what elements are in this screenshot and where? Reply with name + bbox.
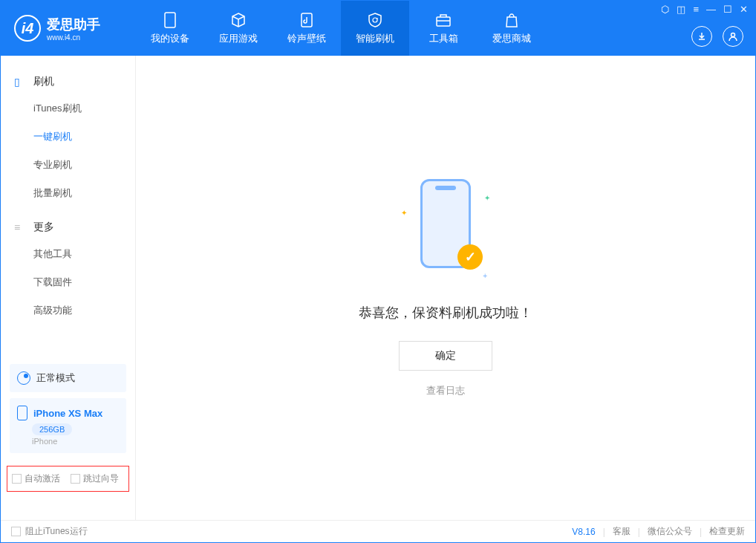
nav-ringtone-wallpaper[interactable]: 铃声壁纸 <box>273 1 341 56</box>
view-log-link[interactable]: 查看日志 <box>426 384 465 397</box>
shirt-icon[interactable]: ⬡ <box>661 4 669 15</box>
checkbox-icon <box>11 527 21 536</box>
window-controls-top: ⬡ ◫ ≡ — ☐ ✕ <box>661 4 748 15</box>
auto-activate-checkbox[interactable]: 自动激活 <box>12 472 60 485</box>
checkbox-icon <box>71 474 80 484</box>
support-link[interactable]: 客服 <box>613 525 630 538</box>
checkbox-icon <box>12 474 22 484</box>
sidebar-header-flash: ▯ 刷机 <box>1 69 135 94</box>
checkbox-label: 跳过向导 <box>83 472 119 485</box>
separator: | <box>638 527 640 537</box>
sidebar-item-advanced[interactable]: 高级功能 <box>1 296 135 325</box>
nav-apps-games[interactable]: 应用游戏 <box>204 1 273 56</box>
sidebar-group-flash: ▯ 刷机 iTunes刷机 一键刷机 专业刷机 批量刷机 <box>1 69 135 207</box>
nav-store[interactable]: 爱思商城 <box>478 1 546 56</box>
svg-rect-2 <box>437 17 450 26</box>
success-message: 恭喜您，保资料刷机成功啦！ <box>359 304 532 322</box>
minimize-button[interactable]: — <box>706 4 716 15</box>
shield-sync-icon <box>366 11 384 29</box>
nav-label: 工具箱 <box>429 32 458 45</box>
user-button[interactable] <box>723 26 743 47</box>
sidebar-item-batch-flash[interactable]: 批量刷机 <box>1 179 135 207</box>
sidebar-group-title: 刷机 <box>33 75 54 88</box>
bag-icon <box>503 11 521 29</box>
checkbox-label: 自动激活 <box>25 472 60 485</box>
main-content: ✦ ✦ + ✓ 恭喜您，保资料刷机成功啦！ 确定 查看日志 <box>136 56 755 520</box>
cube-icon <box>229 11 247 29</box>
app-logo-icon: i4 <box>14 15 41 42</box>
sidebar-item-download-firmware[interactable]: 下载固件 <box>1 268 135 296</box>
device-name: iPhone XS Max <box>17 406 102 420</box>
main-nav: 我的设备 应用游戏 铃声壁纸 智能刷机 工具箱 爱思商城 <box>136 1 546 56</box>
version-label: V8.16 <box>572 527 595 537</box>
sidebar: ▯ 刷机 iTunes刷机 一键刷机 专业刷机 批量刷机 ≡ 更多 其他工具 下… <box>1 56 136 520</box>
logo-area: i4 爱思助手 www.i4.cn <box>1 15 136 42</box>
device-info-row[interactable]: iPhone XS Max 256GB iPhone <box>10 398 126 453</box>
check-badge-icon: ✓ <box>457 244 483 270</box>
separator: | <box>700 527 702 537</box>
device-mode-label: 正常模式 <box>36 371 75 385</box>
mode-icon <box>17 371 30 385</box>
confirm-button[interactable]: 确定 <box>399 341 492 371</box>
device-panel: 正常模式 iPhone XS Max 256GB iPhone <box>10 364 126 459</box>
nav-toolbox[interactable]: 工具箱 <box>409 1 478 56</box>
download-button[interactable] <box>691 26 712 47</box>
nav-label: 智能刷机 <box>356 32 394 45</box>
app-title: 爱思助手 <box>47 16 100 33</box>
phone-icon: ▯ <box>14 76 26 88</box>
nav-label: 爱思商城 <box>492 32 531 45</box>
app-header: i4 爱思助手 www.i4.cn 我的设备 应用游戏 铃声壁纸 智能刷机 工具… <box>1 1 755 56</box>
sparkle-icon: ✦ <box>401 209 407 217</box>
skip-guide-checkbox[interactable]: 跳过向导 <box>71 472 119 485</box>
maximize-button[interactable]: ☐ <box>723 4 732 15</box>
device-icon <box>161 11 179 29</box>
nav-smart-flash[interactable]: 智能刷机 <box>341 1 409 56</box>
device-type: iPhone <box>32 437 57 446</box>
svg-point-3 <box>731 33 735 37</box>
music-file-icon <box>298 11 316 29</box>
sidebar-item-other-tools[interactable]: 其他工具 <box>1 240 135 268</box>
toolbox-icon <box>434 11 452 29</box>
status-bar: 阻止iTunes运行 V8.16 | 客服 | 微信公众号 | 检查更新 <box>1 520 755 542</box>
block-itunes-checkbox[interactable]: 阻止iTunes运行 <box>11 525 88 538</box>
device-capacity-badge: 256GB <box>32 423 72 435</box>
sidebar-group-more: ≡ 更多 其他工具 下载固件 高级功能 <box>1 215 135 325</box>
wechat-link[interactable]: 微信公众号 <box>648 525 692 538</box>
nav-my-device[interactable]: 我的设备 <box>136 1 204 56</box>
nav-label: 应用游戏 <box>219 32 258 45</box>
sidebar-item-pro-flash[interactable]: 专业刷机 <box>1 151 135 179</box>
sidebar-item-oneclick-flash[interactable]: 一键刷机 <box>1 123 135 151</box>
app-subtitle: www.i4.cn <box>47 33 100 42</box>
close-button[interactable]: ✕ <box>740 4 748 15</box>
nav-label: 我的设备 <box>151 32 189 45</box>
lock-icon[interactable]: ◫ <box>677 4 685 15</box>
footer-left: 阻止iTunes运行 <box>11 525 88 538</box>
logo-text: 爱思助手 www.i4.cn <box>47 16 100 42</box>
body-area: ▯ 刷机 iTunes刷机 一键刷机 专业刷机 批量刷机 ≡ 更多 其他工具 下… <box>1 56 755 520</box>
device-mode-row[interactable]: 正常模式 <box>10 364 126 392</box>
svg-rect-0 <box>165 13 175 27</box>
sidebar-header-more: ≡ 更多 <box>1 215 135 240</box>
list-icon: ≡ <box>14 221 26 233</box>
footer-right: V8.16 | 客服 | 微信公众号 | 检查更新 <box>572 525 745 538</box>
sparkle-icon: ✦ <box>484 194 490 202</box>
flash-options-row: 自动激活 跳过向导 <box>7 466 129 492</box>
menu-icon[interactable]: ≡ <box>693 4 699 15</box>
sparkle-icon: + <box>483 272 487 280</box>
sidebar-group-title: 更多 <box>33 221 54 234</box>
nav-label: 铃声壁纸 <box>287 32 326 45</box>
header-right-buttons <box>691 26 743 47</box>
sidebar-item-itunes-flash[interactable]: iTunes刷机 <box>1 94 135 123</box>
check-update-link[interactable]: 检查更新 <box>709 525 745 538</box>
separator: | <box>603 527 605 537</box>
checkbox-label: 阻止iTunes运行 <box>25 525 88 538</box>
success-illustration: ✦ ✦ + ✓ <box>401 179 490 283</box>
